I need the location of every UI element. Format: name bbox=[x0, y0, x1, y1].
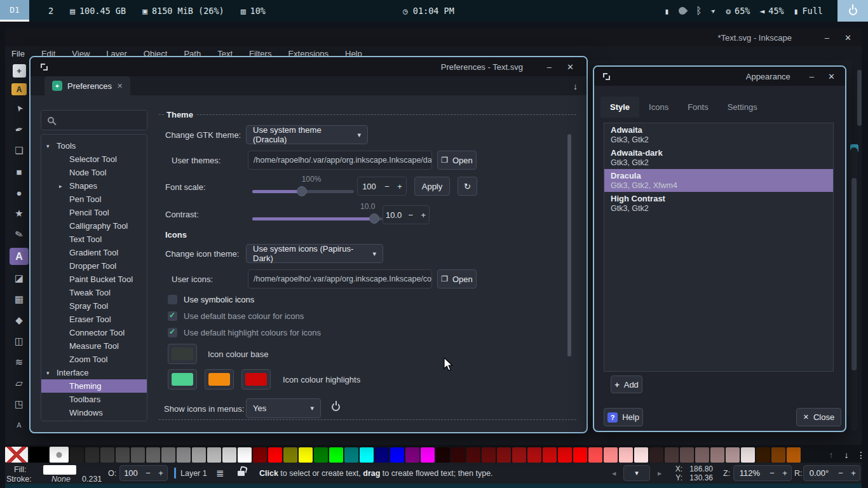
text-tool[interactable]: A bbox=[10, 248, 29, 265]
tree-item[interactable]: Tweak Tool bbox=[41, 286, 147, 299]
contrast-value[interactable]: 10.0 bbox=[383, 206, 404, 224]
theme-list-item[interactable]: Adwaita Gtk3, Gtk2 bbox=[604, 123, 833, 146]
close-icon[interactable]: ✕ bbox=[567, 62, 574, 72]
send-icon[interactable]: ➤ bbox=[709, 6, 719, 17]
shape-builder-tool[interactable]: ❏ bbox=[10, 143, 28, 158]
palette-swatch[interactable] bbox=[756, 447, 770, 463]
palette-swatch[interactable] bbox=[116, 447, 130, 463]
tree-item[interactable]: Dropper Tool bbox=[41, 259, 147, 273]
pencil-tool[interactable]: ✎ bbox=[8, 225, 29, 244]
minimize-icon[interactable]: – bbox=[825, 33, 829, 43]
text-style-tool[interactable]: A bbox=[10, 417, 28, 433]
tree-item[interactable]: Theming bbox=[41, 379, 147, 393]
open-icons-button[interactable]: ❐ Open bbox=[437, 269, 477, 288]
restore-icon[interactable] bbox=[603, 73, 610, 80]
opacity-spinner[interactable]: 100 − + bbox=[119, 465, 168, 481]
palette-swatch[interactable] bbox=[665, 447, 679, 463]
tab-close-icon[interactable]: ✕ bbox=[117, 82, 123, 90]
palette-swatch[interactable] bbox=[451, 447, 465, 463]
palette-swatch[interactable] bbox=[466, 447, 480, 463]
palette-swatch[interactable] bbox=[360, 447, 374, 463]
palette-swatch[interactable] bbox=[588, 447, 602, 463]
tree-item[interactable]: Pen Tool bbox=[41, 193, 147, 206]
menu-item[interactable]: File bbox=[11, 49, 25, 58]
palette-scroll-down-icon[interactable]: ↓ bbox=[840, 447, 853, 463]
theme-list-item[interactable]: Dracula Gtk3, Gtk2, Xfwm4 bbox=[604, 169, 833, 192]
palette-swatch[interactable] bbox=[787, 447, 801, 463]
mesh-tool[interactable]: ▦ bbox=[10, 292, 28, 307]
theme-list-item[interactable]: High Contrast Gtk3, Gtk2 bbox=[604, 192, 833, 215]
stroke-value[interactable]: None bbox=[44, 475, 78, 484]
palette-swatch[interactable] bbox=[543, 447, 557, 463]
palette-swatch[interactable] bbox=[634, 447, 648, 463]
connector-tool[interactable]: ◳ bbox=[10, 396, 28, 412]
rotation-spinner[interactable]: 0.00° − + bbox=[803, 465, 860, 481]
palette-swatch[interactable] bbox=[604, 447, 618, 463]
slider-thumb[interactable] bbox=[297, 186, 307, 196]
zoom-decrement[interactable]: − bbox=[766, 466, 778, 480]
fill-swatch[interactable] bbox=[43, 465, 76, 475]
palette-swatch[interactable] bbox=[512, 447, 526, 463]
tree-item[interactable]: Eraser Tool bbox=[41, 313, 147, 326]
scrollbar-segment[interactable] bbox=[857, 70, 862, 126]
palette-swatch[interactable] bbox=[695, 447, 709, 463]
palette-swatch[interactable] bbox=[726, 447, 740, 463]
canvas-vertical-scrollbar-thumb[interactable] bbox=[851, 178, 857, 370]
palette-swatch[interactable] bbox=[238, 447, 252, 463]
contrast-decrement[interactable]: − bbox=[404, 206, 417, 224]
opacity-value[interactable]: 100 bbox=[120, 466, 142, 480]
checkbox[interactable] bbox=[168, 328, 177, 337]
palette-swatch[interactable] bbox=[100, 447, 114, 463]
gradient-tool[interactable]: ◪ bbox=[10, 271, 28, 286]
palette-swatch[interactable] bbox=[497, 447, 511, 463]
open-document-button[interactable]: A bbox=[11, 83, 27, 95]
palette-swatch[interactable] bbox=[70, 447, 84, 463]
tree-item[interactable]: ▸ Shapes bbox=[41, 179, 147, 193]
tree-item[interactable]: Measure Tool bbox=[41, 339, 147, 353]
tree-item[interactable]: Connector Tool bbox=[41, 326, 147, 339]
tree-item[interactable]: ▾ Interface bbox=[41, 366, 147, 379]
layers-icon[interactable]: ≣ bbox=[216, 468, 224, 479]
minimize-icon[interactable]: – bbox=[810, 72, 814, 81]
gtk-theme-dropdown[interactable]: Use system theme (Dracula) ▾ bbox=[246, 125, 368, 144]
icon-highlight-color-button[interactable] bbox=[168, 369, 197, 390]
paint-bucket-tool[interactable]: ◫ bbox=[10, 334, 28, 349]
tree-item[interactable]: Calligraphy Tool bbox=[41, 219, 147, 233]
appearance-tab[interactable]: Settings bbox=[718, 97, 767, 118]
palette-swatch[interactable] bbox=[390, 447, 404, 463]
slider-thumb[interactable] bbox=[369, 214, 379, 224]
expander-icon[interactable]: ▸ bbox=[59, 183, 69, 189]
palette-swatch[interactable] bbox=[253, 447, 267, 463]
appearance-tab[interactable]: Icons bbox=[639, 97, 678, 118]
expander-icon[interactable]: ▾ bbox=[46, 370, 57, 376]
white-swatch[interactable] bbox=[50, 447, 69, 463]
unlock-icon[interactable] bbox=[238, 471, 245, 476]
restore-icon[interactable] bbox=[41, 64, 48, 71]
close-icon[interactable]: ✕ bbox=[844, 33, 851, 43]
appearance-tab[interactable]: Style bbox=[600, 97, 639, 118]
checkbox[interactable] bbox=[168, 295, 177, 304]
rectangle-tool[interactable]: ■ bbox=[10, 164, 28, 179]
palette-swatch[interactable] bbox=[619, 447, 633, 463]
prev-icon[interactable]: ◂ bbox=[612, 468, 616, 478]
opacity-decrement[interactable]: − bbox=[142, 466, 154, 480]
tree-item[interactable]: Zoom Tool bbox=[41, 353, 147, 366]
tree-item[interactable]: Pencil Tool bbox=[41, 206, 147, 219]
tree-item[interactable]: Text Tool bbox=[41, 233, 147, 246]
no-color-swatch[interactable] bbox=[5, 447, 28, 463]
contrast-slider[interactable] bbox=[252, 214, 383, 224]
brightness-indicator[interactable]: ❂ 65% bbox=[726, 6, 750, 16]
appearance-tab[interactable]: Fonts bbox=[678, 97, 718, 118]
palette-swatch[interactable] bbox=[344, 447, 358, 463]
palette-swatch[interactable] bbox=[436, 447, 450, 463]
font-scale-value[interactable]: 100 bbox=[358, 177, 381, 195]
palette-menu-icon[interactable]: ⋮ bbox=[855, 447, 867, 463]
rotation-increment[interactable]: + bbox=[847, 466, 860, 480]
apply-button[interactable]: Apply bbox=[414, 177, 450, 196]
node-tool[interactable]: ✒ bbox=[8, 120, 29, 139]
tree-item[interactable]: Selector Tool bbox=[41, 152, 147, 166]
dropper-tool[interactable]: ◆ bbox=[10, 313, 28, 328]
palette-swatch[interactable] bbox=[482, 447, 496, 463]
icon-base-color-button[interactable] bbox=[168, 344, 197, 364]
user-icons-path[interactable]: /home/rapoelho/.var/app/org.inkscape.Ink… bbox=[248, 269, 432, 288]
